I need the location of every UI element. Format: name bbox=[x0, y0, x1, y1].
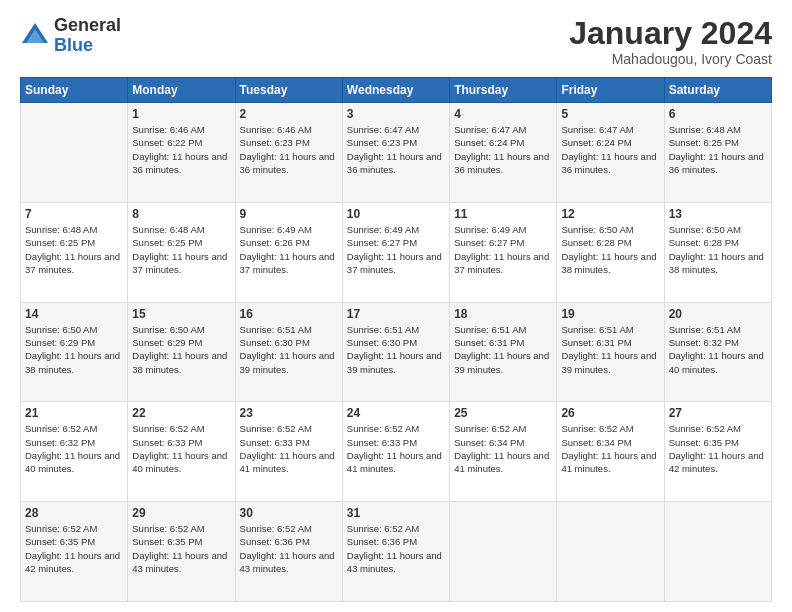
day-number: 27 bbox=[669, 406, 767, 420]
calendar-cell-w0-d3: 3Sunrise: 6:47 AMSunset: 6:23 PMDaylight… bbox=[342, 103, 449, 203]
daylight-line: Daylight: 11 hours and 41 minutes. bbox=[347, 449, 445, 476]
sunset-line: Sunset: 6:33 PM bbox=[240, 436, 338, 449]
calendar-cell-w1-d3: 10Sunrise: 6:49 AMSunset: 6:27 PMDayligh… bbox=[342, 202, 449, 302]
daylight-line: Daylight: 11 hours and 39 minutes. bbox=[347, 349, 445, 376]
daylight-line: Daylight: 11 hours and 41 minutes. bbox=[561, 449, 659, 476]
calendar-cell-w4-d6 bbox=[664, 502, 771, 602]
sunset-line: Sunset: 6:33 PM bbox=[132, 436, 230, 449]
sunrise-line: Sunrise: 6:50 AM bbox=[561, 223, 659, 236]
sunrise-line: Sunrise: 6:52 AM bbox=[240, 522, 338, 535]
day-number: 31 bbox=[347, 506, 445, 520]
daylight-line: Daylight: 11 hours and 37 minutes. bbox=[240, 250, 338, 277]
daylight-line: Daylight: 11 hours and 37 minutes. bbox=[25, 250, 123, 277]
calendar-cell-w4-d1: 29Sunrise: 6:52 AMSunset: 6:35 PMDayligh… bbox=[128, 502, 235, 602]
sunrise-line: Sunrise: 6:46 AM bbox=[240, 123, 338, 136]
sunset-line: Sunset: 6:24 PM bbox=[454, 136, 552, 149]
daylight-line: Daylight: 11 hours and 36 minutes. bbox=[347, 150, 445, 177]
daylight-line: Daylight: 11 hours and 37 minutes. bbox=[454, 250, 552, 277]
logo-general: General bbox=[54, 16, 121, 36]
daylight-line: Daylight: 11 hours and 38 minutes. bbox=[132, 349, 230, 376]
logo-text: General Blue bbox=[54, 16, 121, 56]
logo-blue: Blue bbox=[54, 36, 121, 56]
logo: General Blue bbox=[20, 16, 121, 56]
daylight-line: Daylight: 11 hours and 43 minutes. bbox=[132, 549, 230, 576]
calendar-cell-w2-d4: 18Sunrise: 6:51 AMSunset: 6:31 PMDayligh… bbox=[450, 302, 557, 402]
calendar-cell-w3-d0: 21Sunrise: 6:52 AMSunset: 6:32 PMDayligh… bbox=[21, 402, 128, 502]
sunset-line: Sunset: 6:35 PM bbox=[669, 436, 767, 449]
sunrise-line: Sunrise: 6:47 AM bbox=[454, 123, 552, 136]
sunset-line: Sunset: 6:29 PM bbox=[132, 336, 230, 349]
sunrise-line: Sunrise: 6:50 AM bbox=[669, 223, 767, 236]
day-number: 17 bbox=[347, 307, 445, 321]
col-saturday: Saturday bbox=[664, 78, 771, 103]
calendar-cell-w3-d1: 22Sunrise: 6:52 AMSunset: 6:33 PMDayligh… bbox=[128, 402, 235, 502]
daylight-line: Daylight: 11 hours and 38 minutes. bbox=[25, 349, 123, 376]
sunrise-line: Sunrise: 6:52 AM bbox=[347, 522, 445, 535]
sunrise-line: Sunrise: 6:52 AM bbox=[25, 422, 123, 435]
calendar-cell-w4-d4 bbox=[450, 502, 557, 602]
daylight-line: Daylight: 11 hours and 36 minutes. bbox=[132, 150, 230, 177]
daylight-line: Daylight: 11 hours and 42 minutes. bbox=[25, 549, 123, 576]
daylight-line: Daylight: 11 hours and 39 minutes. bbox=[561, 349, 659, 376]
calendar-cell-w2-d3: 17Sunrise: 6:51 AMSunset: 6:30 PMDayligh… bbox=[342, 302, 449, 402]
sunset-line: Sunset: 6:34 PM bbox=[561, 436, 659, 449]
day-number: 14 bbox=[25, 307, 123, 321]
day-number: 19 bbox=[561, 307, 659, 321]
day-number: 28 bbox=[25, 506, 123, 520]
sunset-line: Sunset: 6:23 PM bbox=[240, 136, 338, 149]
sunset-line: Sunset: 6:30 PM bbox=[347, 336, 445, 349]
day-number: 3 bbox=[347, 107, 445, 121]
sunrise-line: Sunrise: 6:52 AM bbox=[132, 422, 230, 435]
daylight-line: Daylight: 11 hours and 36 minutes. bbox=[561, 150, 659, 177]
sunrise-line: Sunrise: 6:49 AM bbox=[347, 223, 445, 236]
sunset-line: Sunset: 6:32 PM bbox=[669, 336, 767, 349]
sunrise-line: Sunrise: 6:49 AM bbox=[454, 223, 552, 236]
calendar-cell-w0-d2: 2Sunrise: 6:46 AMSunset: 6:23 PMDaylight… bbox=[235, 103, 342, 203]
sunset-line: Sunset: 6:25 PM bbox=[132, 236, 230, 249]
calendar-table: Sunday Monday Tuesday Wednesday Thursday… bbox=[20, 77, 772, 602]
sunrise-line: Sunrise: 6:50 AM bbox=[132, 323, 230, 336]
col-monday: Monday bbox=[128, 78, 235, 103]
day-number: 26 bbox=[561, 406, 659, 420]
calendar-cell-w3-d4: 25Sunrise: 6:52 AMSunset: 6:34 PMDayligh… bbox=[450, 402, 557, 502]
sunset-line: Sunset: 6:29 PM bbox=[25, 336, 123, 349]
page: General Blue January 2024 Mahadougou, Iv… bbox=[0, 0, 792, 612]
sunrise-line: Sunrise: 6:49 AM bbox=[240, 223, 338, 236]
calendar-cell-w1-d0: 7Sunrise: 6:48 AMSunset: 6:25 PMDaylight… bbox=[21, 202, 128, 302]
calendar-cell-w4-d3: 31Sunrise: 6:52 AMSunset: 6:36 PMDayligh… bbox=[342, 502, 449, 602]
calendar-cell-w2-d5: 19Sunrise: 6:51 AMSunset: 6:31 PMDayligh… bbox=[557, 302, 664, 402]
day-number: 20 bbox=[669, 307, 767, 321]
daylight-line: Daylight: 11 hours and 42 minutes. bbox=[669, 449, 767, 476]
sunrise-line: Sunrise: 6:52 AM bbox=[669, 422, 767, 435]
calendar-cell-w0-d0 bbox=[21, 103, 128, 203]
sunrise-line: Sunrise: 6:51 AM bbox=[454, 323, 552, 336]
col-wednesday: Wednesday bbox=[342, 78, 449, 103]
sunrise-line: Sunrise: 6:46 AM bbox=[132, 123, 230, 136]
calendar-cell-w1-d4: 11Sunrise: 6:49 AMSunset: 6:27 PMDayligh… bbox=[450, 202, 557, 302]
day-number: 7 bbox=[25, 207, 123, 221]
calendar-cell-w0-d6: 6Sunrise: 6:48 AMSunset: 6:25 PMDaylight… bbox=[664, 103, 771, 203]
header: General Blue January 2024 Mahadougou, Iv… bbox=[20, 16, 772, 67]
calendar-cell-w3-d3: 24Sunrise: 6:52 AMSunset: 6:33 PMDayligh… bbox=[342, 402, 449, 502]
sunset-line: Sunset: 6:25 PM bbox=[25, 236, 123, 249]
sunrise-line: Sunrise: 6:51 AM bbox=[561, 323, 659, 336]
title-block: January 2024 Mahadougou, Ivory Coast bbox=[569, 16, 772, 67]
calendar-week-2: 14Sunrise: 6:50 AMSunset: 6:29 PMDayligh… bbox=[21, 302, 772, 402]
logo-icon bbox=[20, 21, 50, 51]
day-number: 9 bbox=[240, 207, 338, 221]
day-number: 18 bbox=[454, 307, 552, 321]
sunset-line: Sunset: 6:35 PM bbox=[25, 535, 123, 548]
calendar-cell-w3-d2: 23Sunrise: 6:52 AMSunset: 6:33 PMDayligh… bbox=[235, 402, 342, 502]
daylight-line: Daylight: 11 hours and 38 minutes. bbox=[669, 250, 767, 277]
sunset-line: Sunset: 6:35 PM bbox=[132, 535, 230, 548]
day-number: 8 bbox=[132, 207, 230, 221]
calendar-cell-w1-d6: 13Sunrise: 6:50 AMSunset: 6:28 PMDayligh… bbox=[664, 202, 771, 302]
calendar-cell-w0-d1: 1Sunrise: 6:46 AMSunset: 6:22 PMDaylight… bbox=[128, 103, 235, 203]
sunset-line: Sunset: 6:26 PM bbox=[240, 236, 338, 249]
sunset-line: Sunset: 6:27 PM bbox=[454, 236, 552, 249]
day-number: 24 bbox=[347, 406, 445, 420]
sunset-line: Sunset: 6:33 PM bbox=[347, 436, 445, 449]
calendar-cell-w4-d0: 28Sunrise: 6:52 AMSunset: 6:35 PMDayligh… bbox=[21, 502, 128, 602]
sunset-line: Sunset: 6:23 PM bbox=[347, 136, 445, 149]
sunrise-line: Sunrise: 6:52 AM bbox=[561, 422, 659, 435]
